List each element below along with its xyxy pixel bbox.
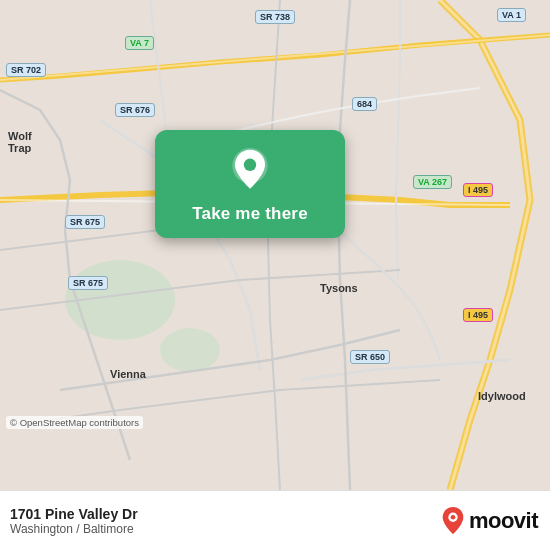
moovit-brand-text: moovit [469,508,538,534]
svg-point-7 [451,514,456,519]
location-pin-icon [227,148,273,194]
take-me-there-label: Take me there [192,204,308,224]
moovit-pin-icon [440,506,466,536]
svg-point-2 [160,328,220,372]
svg-point-5 [244,159,256,171]
address-block: 1701 Pine Valley Dr Washington / Baltimo… [10,506,138,536]
copyright-text: © OpenStreetMap contributors [6,416,143,429]
moovit-logo: moovit [440,506,538,536]
action-card[interactable]: Take me there [155,130,345,238]
bottom-bar: 1701 Pine Valley Dr Washington / Baltimo… [0,490,550,550]
address-line: 1701 Pine Valley Dr [10,506,138,522]
city-line: Washington / Baltimore [10,522,138,536]
map-container: WolfTrap Vienna Tysons Idylwood SR 738 V… [0,0,550,490]
